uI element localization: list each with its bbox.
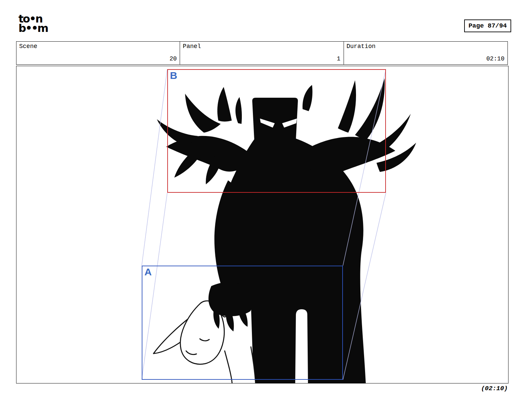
info-cell-scene: Scene 20 (16, 42, 180, 64)
info-table: Scene 20 Panel 1 Duration 02:10 (16, 41, 508, 65)
duration-note: (02:10) (481, 385, 508, 392)
duration-value: 02:10 (486, 55, 504, 62)
duration-label: Duration (347, 43, 505, 50)
panel-label: Panel (183, 43, 341, 50)
scene-label: Scene (19, 43, 177, 50)
page-number-label: Page 87/94 (469, 22, 507, 30)
toonboom-logo: to•n b••m (18, 14, 48, 33)
info-cell-panel: Panel 1 (180, 42, 344, 64)
storyboard-page: to•n b••m Page 87/94 Scene 20 Panel 1 Du… (0, 0, 532, 411)
storyboard-drawing-panel: B A (16, 66, 508, 383)
camera-frame-a-label: A (144, 267, 152, 277)
logo-line-2: b••m (18, 24, 48, 33)
page-number-box: Page 87/94 (464, 19, 511, 32)
scene-value: 20 (170, 55, 177, 62)
camera-frame-b: B (167, 69, 386, 193)
camera-frame-b-label: B (170, 71, 177, 81)
info-cell-duration: Duration 02:10 (344, 42, 507, 64)
motion-line-top-left (142, 69, 167, 266)
camera-frame-a: A (142, 266, 343, 380)
panel-value: 1 (337, 55, 341, 62)
